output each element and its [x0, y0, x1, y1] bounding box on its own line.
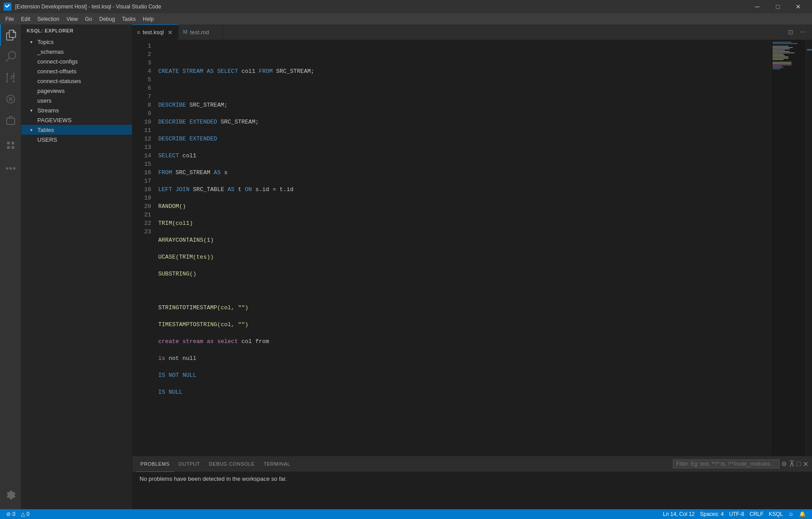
- pageviews-stream-label: PAGEVIEWS: [37, 117, 132, 124]
- panel-filter-input[interactable]: [673, 459, 780, 468]
- activity-ksql[interactable]: [0, 135, 21, 156]
- window-title: [Extension Development Host] - test.ksql…: [15, 4, 161, 10]
- activity-search[interactable]: [0, 46, 21, 67]
- feedback-icon: ☺: [788, 511, 794, 517]
- panel-tab-output[interactable]: OUTPUT: [174, 456, 205, 472]
- tab-ksql-label: test.ksql: [143, 29, 164, 36]
- sidebar: KSQL: EXPLORER ▾ Topics _schemas connect…: [21, 24, 132, 509]
- sidebar-item-users[interactable]: users: [21, 96, 132, 105]
- title-bar: [Extension Development Host] - test.ksql…: [0, 0, 812, 13]
- editor-content[interactable]: 12345 678910 1112131415 1617181920 21222…: [132, 40, 770, 456]
- code-line-14: SUBSTRING(): [158, 270, 770, 278]
- status-cursor-position[interactable]: Ln 14, Col 12: [660, 509, 697, 519]
- split-editor-button[interactable]: ⊡: [785, 27, 796, 37]
- sidebar-item-users-table[interactable]: USERS: [21, 135, 132, 144]
- warning-icon: △: [21, 511, 25, 517]
- tab-bar: ≡ test.ksql ✕ M test.md ⊡ ⋯: [132, 24, 812, 40]
- code-line-4: DESCRIBE SRC_STREAM;: [158, 101, 770, 109]
- tab-test-ksql[interactable]: ≡ test.ksql ✕: [132, 24, 179, 40]
- code-line-9: LEFT JOIN SRC_TABLE AS t ON s.id = t.id: [158, 185, 770, 194]
- code-line-8: FROM SRC_STREAM AS s: [158, 168, 770, 177]
- menu-help[interactable]: Help: [139, 13, 157, 24]
- activity-explorer[interactable]: [0, 24, 21, 46]
- topics-label: Topics: [37, 39, 132, 45]
- menu-bar: File Edit Selection View Go Debug Tasks …: [0, 13, 812, 24]
- menu-go[interactable]: Go: [81, 13, 96, 24]
- sidebar-item-connect-configs[interactable]: connect-configs: [21, 56, 132, 66]
- sidebar-item-streams[interactable]: ▾ Streams: [21, 105, 132, 115]
- window-controls: ─ □ ✕: [747, 0, 808, 13]
- code-line-22: [158, 405, 770, 413]
- error-count: 0: [12, 511, 16, 517]
- language-mode-label: KSQL: [769, 511, 783, 517]
- tab-md-label: test.md: [190, 29, 209, 36]
- status-errors[interactable]: ⊘ 0: [4, 509, 18, 519]
- status-notifications[interactable]: 🔔: [796, 509, 808, 519]
- sidebar-item-tables[interactable]: ▾ Tables: [21, 125, 132, 135]
- sidebar-item-schemas[interactable]: _schemas: [21, 47, 132, 56]
- tab-test-md[interactable]: M test.md: [179, 24, 223, 40]
- encoding-label: UTF-8: [729, 511, 744, 517]
- menu-file[interactable]: File: [2, 13, 17, 24]
- menu-debug[interactable]: Debug: [96, 13, 118, 24]
- menu-edit[interactable]: Edit: [17, 13, 34, 24]
- code-editor[interactable]: CREATE STREAM AS SELECT col1 FROM SRC_ST…: [155, 40, 770, 456]
- activity-extensions[interactable]: [0, 110, 21, 131]
- code-line-15: [158, 287, 770, 295]
- sidebar-item-connect-statuses[interactable]: connect-statuses: [21, 76, 132, 86]
- code-line-21: IS NULL: [158, 388, 770, 396]
- minimize-button[interactable]: ─: [747, 0, 768, 13]
- sidebar-item-pageviews-stream[interactable]: PAGEVIEWS: [21, 115, 132, 125]
- notifications-icon: 🔔: [799, 511, 806, 517]
- panel-content: No problems have been detected in the wo…: [132, 472, 812, 509]
- svg-point-3: [13, 167, 16, 170]
- activity-source-control[interactable]: [0, 67, 21, 88]
- activity-extra[interactable]: [0, 158, 21, 179]
- activity-debug[interactable]: [0, 88, 21, 110]
- panel-tab-terminal[interactable]: TERMINAL: [259, 456, 295, 472]
- no-problems-message: No problems have been detected in the wo…: [140, 475, 287, 482]
- sidebar-item-topics[interactable]: ▾ Topics: [21, 37, 132, 47]
- status-indentation[interactable]: Spaces: 4: [697, 509, 726, 519]
- menu-tasks[interactable]: Tasks: [119, 13, 140, 24]
- svg-point-2: [6, 167, 8, 170]
- scroll-marker: [807, 49, 812, 51]
- activity-settings[interactable]: [0, 484, 21, 506]
- status-feedback[interactable]: ☺: [786, 509, 796, 519]
- vscode-icon: [4, 3, 12, 11]
- panel-tab-problems[interactable]: PROBLEMS: [136, 456, 174, 472]
- code-line-5: DESCRIBE EXTENDED SRC_STREAM;: [158, 118, 770, 126]
- status-warnings[interactable]: △ 0: [18, 509, 32, 519]
- indentation-label: Spaces: 4: [700, 511, 724, 517]
- maximize-panel-icon[interactable]: □: [796, 460, 801, 468]
- main-layout: KSQL: EXPLORER ▾ Topics _schemas connect…: [0, 24, 812, 509]
- warning-count: 0: [27, 511, 30, 517]
- filter-settings-icon[interactable]: ⚙: [781, 460, 787, 467]
- menu-selection[interactable]: Selection: [34, 13, 63, 24]
- code-line-2: CREATE STREAM AS SELECT col1 FROM SRC_ST…: [158, 67, 770, 76]
- streams-arrow: ▾: [30, 108, 37, 113]
- code-line-16: STRINGTOTIMESTAMP(col, ""): [158, 303, 770, 312]
- more-actions-button[interactable]: ⋯: [798, 27, 808, 37]
- error-icon: ⊘: [6, 511, 11, 517]
- collapse-panel-icon[interactable]: ⊼: [789, 459, 795, 469]
- panel-tab-debug-console[interactable]: DEBUG CONSOLE: [204, 456, 259, 472]
- line-numbers: 12345 678910 1112131415 1617181920 21222…: [132, 40, 155, 456]
- users-table-label: USERS: [37, 136, 132, 143]
- status-line-ending[interactable]: CRLF: [747, 509, 766, 519]
- activity-bar: [0, 24, 21, 509]
- menu-view[interactable]: View: [63, 13, 81, 24]
- code-line-1: [158, 50, 770, 59]
- svg-point-1: [9, 167, 12, 170]
- status-language-mode[interactable]: KSQL: [766, 509, 786, 519]
- close-panel-icon[interactable]: ✕: [803, 460, 808, 468]
- close-button[interactable]: ✕: [788, 0, 808, 13]
- sidebar-item-pageviews-topic[interactable]: pageviews: [21, 86, 132, 96]
- tab-ksql-close[interactable]: ✕: [167, 29, 174, 36]
- tab-actions: ⊡ ⋯: [782, 24, 812, 40]
- status-encoding[interactable]: UTF-8: [726, 509, 747, 519]
- minimap: [770, 40, 806, 456]
- sidebar-item-connect-offsets[interactable]: connect-offsets: [21, 66, 132, 76]
- maximize-button[interactable]: □: [768, 0, 788, 13]
- code-line-6: DESCRIBE EXTENDED: [158, 135, 770, 143]
